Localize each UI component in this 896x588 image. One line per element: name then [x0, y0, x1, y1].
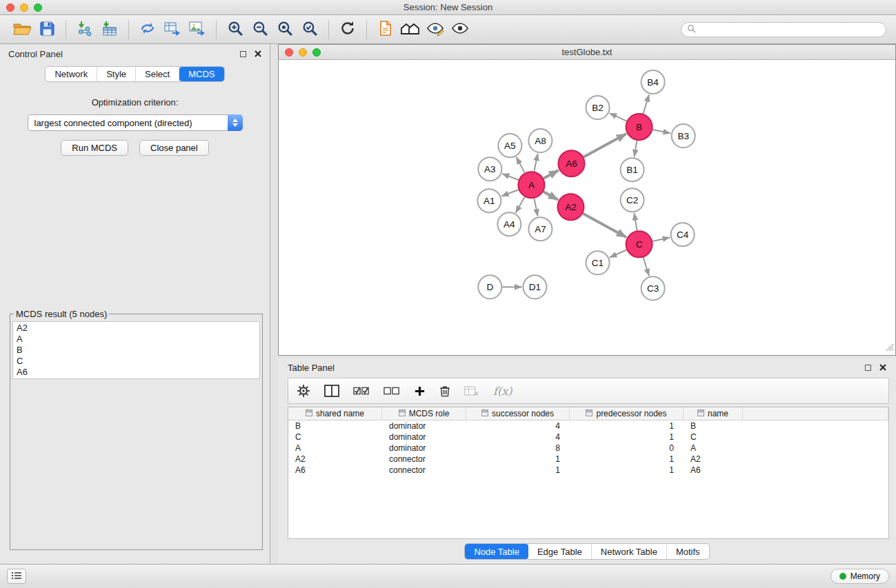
zoom-out-button[interactable] [248, 18, 272, 41]
graph-node-A[interactable]: A [518, 172, 544, 198]
annotate-view-button[interactable] [423, 18, 448, 41]
graph-edge-A-A4[interactable] [516, 197, 525, 213]
open-file-button[interactable] [10, 18, 34, 41]
graph-edge-A-A7[interactable] [534, 199, 537, 216]
table-cell[interactable]: 1 [466, 465, 570, 476]
close-table-panel-icon[interactable] [879, 363, 886, 373]
tab-edge-table[interactable]: Edge Table [528, 544, 592, 559]
graph-edge-A-A8[interactable] [534, 154, 537, 172]
unselect-all-rows-button[interactable] [384, 385, 400, 397]
network-close-button[interactable] [285, 48, 293, 57]
table-cell[interactable]: 4 [466, 432, 570, 443]
result-item[interactable]: A6 [17, 367, 256, 378]
search-input[interactable] [699, 25, 880, 34]
close-panel-button[interactable]: Close panel [139, 140, 209, 156]
table-cell[interactable]: 1 [570, 465, 684, 476]
table-row[interactable]: Adominator80A [288, 443, 888, 454]
table-cell[interactable]: B [288, 420, 382, 432]
table-cell[interactable] [743, 420, 888, 432]
graph-edge-C-C4[interactable] [653, 237, 670, 241]
home-button[interactable] [398, 18, 423, 41]
graph-edge-B-B4[interactable] [643, 94, 649, 114]
close-window-button[interactable] [6, 3, 14, 12]
result-item[interactable]: A2 [17, 323, 256, 334]
memory-button[interactable]: Memory [830, 569, 889, 584]
graph-node-A5[interactable]: A5 [498, 134, 521, 157]
table-cell[interactable]: connector [382, 454, 466, 465]
graph-node-B3[interactable]: B3 [672, 124, 695, 148]
table-cell[interactable]: 1 [570, 454, 684, 465]
graph-node-A7[interactable]: A7 [528, 217, 552, 241]
table-row[interactable]: A2connector11A2 [288, 454, 888, 465]
graph-node-B2[interactable]: B2 [586, 96, 609, 119]
table-cell[interactable]: C [684, 432, 743, 443]
export-table-button[interactable] [160, 18, 185, 41]
table-cell[interactable] [743, 443, 888, 454]
graph-node-C4[interactable]: C4 [671, 223, 695, 246]
table-cell[interactable]: A [684, 443, 743, 454]
zoom-in-button[interactable] [223, 18, 248, 41]
graph-edge-B-B2[interactable] [610, 113, 627, 121]
refresh-layout-button[interactable] [335, 18, 360, 41]
graph-node-A4[interactable]: A4 [497, 212, 521, 236]
network-window-titlebar[interactable]: testGlobe.txt [279, 45, 895, 60]
graph-node-A3[interactable]: A3 [478, 157, 501, 181]
tab-mcds[interactable]: MCDS [179, 67, 223, 81]
network-graph[interactable]: B4B2BB3A8A5A6A3B1AA1C2A2A4A7C4CC1C3DD1 [279, 60, 895, 355]
zoom-selected-button[interactable] [297, 18, 322, 41]
tab-style[interactable]: Style [97, 67, 136, 81]
graph-node-C[interactable]: C [626, 231, 653, 257]
save-session-button[interactable] [34, 18, 59, 41]
table-cell[interactable] [743, 465, 888, 476]
optimization-criterion-dropdown[interactable]: largest connected component (directed) [28, 114, 243, 131]
add-row-button[interactable] [414, 385, 426, 397]
float-table-panel-icon[interactable] [865, 365, 871, 371]
graph-edge-A-A6[interactable] [544, 170, 559, 179]
close-panel-icon[interactable] [255, 49, 261, 59]
table-cell[interactable]: A6 [684, 465, 743, 476]
search-box[interactable] [681, 22, 886, 37]
table-cell[interactable]: A2 [288, 454, 382, 465]
graph-node-B4[interactable]: B4 [641, 70, 665, 94]
column-header-shared-name[interactable]: shared name [288, 407, 382, 420]
tab-node-table[interactable]: Node Table [465, 544, 528, 559]
node-table[interactable]: shared nameMCDS rolesuccessor nodesprede… [288, 407, 889, 539]
graph-edge-A-A1[interactable] [501, 190, 519, 196]
column-header-successor-nodes[interactable]: successor nodes [466, 407, 570, 420]
graph-edge-A2-C[interactable] [583, 214, 626, 237]
column-header-name[interactable]: name [684, 407, 743, 420]
graph-edge-A-A5[interactable] [516, 157, 524, 173]
settings-gear-button[interactable] [297, 384, 310, 398]
export-network-button[interactable] [135, 18, 160, 41]
run-mcds-button[interactable]: Run MCDS [61, 140, 128, 156]
column-header-predecessor-nodes[interactable]: predecessor nodes [570, 407, 684, 420]
table-cell[interactable]: 4 [466, 420, 570, 432]
result-item[interactable]: C [17, 356, 256, 367]
graph-node-D[interactable]: D [478, 275, 501, 298]
graph-node-B1[interactable]: B1 [621, 158, 644, 181]
resize-grip-icon[interactable] [886, 343, 894, 354]
graph-node-C3[interactable]: C3 [641, 276, 665, 300]
network-canvas[interactable]: B4B2BB3A8A5A6A3B1AA1C2A2A4A7C4CC1C3DD1 [279, 60, 895, 355]
network-zoom-button[interactable] [312, 48, 321, 57]
column-header-mcds-role[interactable]: MCDS role [382, 407, 466, 420]
delete-table-button[interactable] [464, 385, 479, 397]
table-cell[interactable]: B [684, 420, 743, 432]
table-cell[interactable] [743, 454, 888, 465]
table-cell[interactable]: connector [382, 465, 466, 476]
tab-network-table[interactable]: Network Table [592, 544, 667, 559]
graph-edge-C-C3[interactable] [644, 257, 649, 276]
table-row[interactable]: Bdominator41B [288, 420, 888, 432]
minimize-window-button[interactable] [20, 3, 28, 12]
task-history-button[interactable] [7, 569, 26, 584]
export-image-button[interactable] [185, 18, 210, 41]
graph-node-D1[interactable]: D1 [523, 275, 546, 298]
import-table-button[interactable] [97, 18, 122, 41]
graph-node-B[interactable]: B [626, 114, 653, 140]
graph-edge-A6-B[interactable] [584, 134, 626, 157]
network-minimize-button[interactable] [299, 48, 307, 57]
table-cell[interactable]: dominator [382, 432, 466, 443]
graph-edge-C-C1[interactable] [610, 250, 626, 258]
table-cell[interactable]: dominator [382, 443, 466, 454]
table-cell[interactable]: dominator [382, 420, 466, 432]
